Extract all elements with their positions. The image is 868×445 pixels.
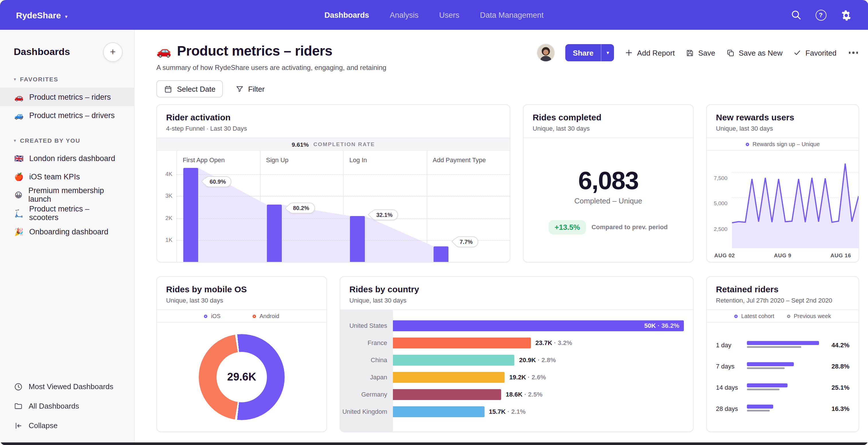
nav-users[interactable]: Users xyxy=(439,10,459,19)
country-bar xyxy=(393,320,684,331)
retention-row: 14 days 25.1% xyxy=(716,383,849,391)
primary-nav: Dashboards Analysis Users Data Managemen… xyxy=(324,10,544,19)
check-icon xyxy=(794,49,802,57)
country-label: Japan xyxy=(340,368,393,386)
sidebar-item-product-metrics-drivers[interactable]: 🚙 Product metrics – drivers xyxy=(0,106,134,124)
filter-button[interactable]: Filter xyxy=(232,80,268,97)
sidebar-item-premium-membership[interactable]: 😀 Premium membership launch xyxy=(0,186,134,204)
sidebar-item-ios-team-kpis[interactable]: 🍎 iOS team KPIs xyxy=(0,167,134,186)
country-bar xyxy=(393,354,515,365)
sidebar-section-favorites: FAVORITES 🚗 Product metrics – riders 🚙 P… xyxy=(0,76,134,124)
nav-dashboards[interactable]: Dashboards xyxy=(324,10,369,19)
retention-label: 28 days xyxy=(716,405,742,412)
rewards-y-label: 7,500 xyxy=(714,175,727,181)
country-row: 50K· 36.2% xyxy=(393,317,684,334)
rewards-y-label: 2,500 xyxy=(714,226,727,232)
chevron-down-icon[interactable] xyxy=(601,44,614,61)
select-date-button[interactable]: Select Date xyxy=(156,80,223,97)
footer-item-label: Most Viewed Dashboards xyxy=(29,382,114,391)
card-subtitle: Retention, Jul 27th 2020 – Sept 2nd 2020 xyxy=(716,297,849,304)
country-row: 15.7K· 2.1% xyxy=(393,403,684,420)
share-button[interactable]: Share xyxy=(565,44,614,61)
scooter-icon: 🛴 xyxy=(14,209,24,217)
rewards-legend-item[interactable]: Rewards sign up – Unique xyxy=(746,141,820,147)
retention-value: 25.1% xyxy=(827,384,849,391)
gear-icon[interactable] xyxy=(840,9,852,21)
retention-label: 14 days xyxy=(716,384,742,391)
funnel-bar xyxy=(267,205,281,262)
save-as-new-button[interactable]: Save as New xyxy=(726,49,782,57)
country-bar xyxy=(393,406,484,417)
sidebar-item-product-metrics-scooters[interactable]: 🛴 Product metrics – scooters xyxy=(0,204,134,222)
country-bar-chart: United States France China Japan Germany… xyxy=(340,310,693,432)
sidebar-item-product-metrics-riders[interactable]: 🚗 Product metrics – riders xyxy=(0,88,134,106)
sidebar-item-label: Product metrics – riders xyxy=(29,93,111,101)
new-dashboard-button[interactable] xyxy=(103,42,123,62)
brand-name: RydeShare xyxy=(16,10,61,20)
country-label: United Kingdom xyxy=(340,403,393,420)
os-legend-item-ios[interactable]: iOS xyxy=(204,313,220,319)
retention-bar-current xyxy=(747,341,819,345)
funnel-gridline xyxy=(177,175,510,175)
all-dashboards-button[interactable]: All Dashboards xyxy=(0,397,134,415)
rewards-legend: Rewards sign up – Unique xyxy=(707,138,859,151)
card-title: Rides completed xyxy=(533,112,684,122)
legend-ring-icon xyxy=(746,142,749,146)
sidebar-item-label: Product metrics – drivers xyxy=(29,111,115,119)
header-actions: Share Add Report Save Save as New xyxy=(537,44,859,61)
page-subtitle: A summary of how RydeShare users are act… xyxy=(156,64,386,71)
nav-data-management[interactable]: Data Management xyxy=(480,10,544,19)
os-legend-item-android[interactable]: Android xyxy=(253,313,279,319)
sidebar-item-london-riders[interactable]: 🇬🇧 London riders dashboard xyxy=(0,149,134,167)
app-window: RydeShare Dashboards Analysis Users Data… xyxy=(0,0,868,445)
help-icon[interactable] xyxy=(815,9,826,20)
x-axis-label: AUG 9 xyxy=(774,252,791,258)
search-icon[interactable] xyxy=(790,9,802,21)
country-label: United States xyxy=(340,317,393,334)
smiley-icon: 😀 xyxy=(14,190,23,199)
funnel-y-label: 4K xyxy=(157,171,173,177)
card-subtitle: Unique, last 30 days xyxy=(166,297,317,304)
change-badge: +13.5% xyxy=(549,220,586,234)
main-content: 🚗 Product metrics – riders A summary of … xyxy=(134,30,868,445)
retention-legend-latest[interactable]: Latest cohort xyxy=(734,313,774,319)
funnel-step-label: Sign Up xyxy=(266,156,288,163)
os-legend-ring xyxy=(204,314,208,318)
collapse-sidebar-button[interactable]: Collapse xyxy=(0,416,134,435)
card-subtitle: Unique, last 30 days xyxy=(533,125,684,132)
sidebar-section-created-by-you: CREATED BY YOU 🇬🇧 London riders dashboar… xyxy=(0,137,134,241)
retention-legend-previous[interactable]: Previous week xyxy=(787,313,831,319)
party-popper-icon: 🎉 xyxy=(14,227,24,236)
funnel-bar xyxy=(183,168,198,262)
legend-ring-icon xyxy=(734,314,738,318)
funnel-gridline xyxy=(177,196,510,197)
save-button[interactable]: Save xyxy=(686,49,715,57)
funnel-gridline xyxy=(177,218,510,219)
sidebar-item-onboarding-dashboard[interactable]: 🎉 Onboarding dashboard xyxy=(0,222,134,241)
most-viewed-dashboards-button[interactable]: Most Viewed Dashboards xyxy=(0,377,134,396)
more-options-button[interactable] xyxy=(847,50,859,56)
favorites-section-header[interactable]: FAVORITES xyxy=(0,76,134,83)
created-by-you-section-header[interactable]: CREATED BY YOU xyxy=(0,137,134,144)
nav-analysis[interactable]: Analysis xyxy=(390,10,419,19)
avatar[interactable] xyxy=(537,44,554,61)
collapse-icon xyxy=(14,421,23,430)
topbar-actions xyxy=(790,9,852,21)
rewards-x-axis: AUG 02 AUG 9 AUG 16 xyxy=(707,248,859,262)
funnel-bubble: 60.9% xyxy=(204,176,232,187)
favorited-button[interactable]: Favorited xyxy=(794,49,837,57)
completion-rate-value: 9.61% xyxy=(292,141,309,148)
add-report-button[interactable]: Add Report xyxy=(625,49,675,57)
card-title: Retained riders xyxy=(716,284,849,294)
funnel-bar xyxy=(433,246,448,262)
brand-menu[interactable]: RydeShare xyxy=(16,10,68,20)
legend-ring-icon xyxy=(787,314,790,318)
retention-legend: Latest cohort Previous week xyxy=(707,310,859,323)
blue-car-icon: 🚙 xyxy=(14,111,24,119)
funnel-y-label: 3K xyxy=(157,193,173,199)
donut-chart: 29.6K xyxy=(199,334,285,420)
card-subtitle: Unique, last 30 days xyxy=(716,125,849,132)
donut-total: 29.6K xyxy=(227,371,256,383)
funnel-bubble: 32.1% xyxy=(371,209,398,220)
dashboard-header: 🚗 Product metrics – riders A summary of … xyxy=(156,42,859,71)
